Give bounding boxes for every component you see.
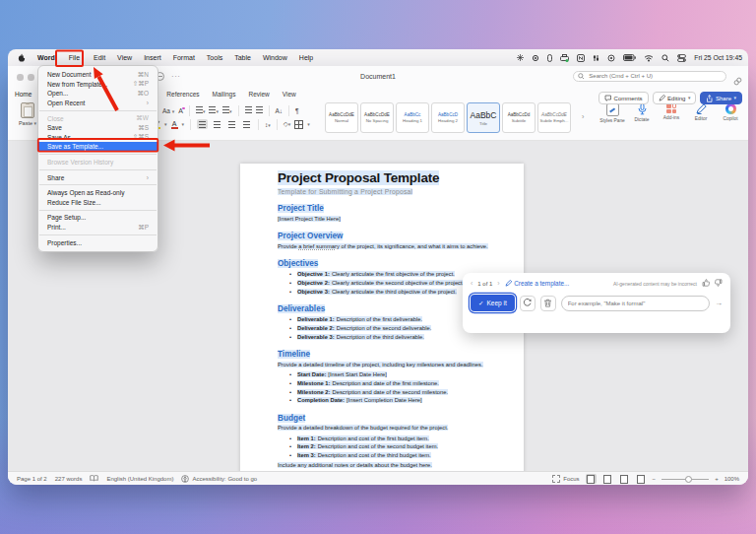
- menu-item-page-setup[interactable]: Page Setup...: [38, 213, 158, 223]
- menu-item-print[interactable]: Print...⌘P: [38, 223, 158, 233]
- style-title[interactable]: AaBbCTitle: [467, 102, 500, 133]
- sort-button[interactable]: A↓: [276, 107, 284, 114]
- web-layout-view-button[interactable]: [602, 474, 613, 484]
- draft-view-button[interactable]: [636, 474, 647, 484]
- zoom-slider-knob[interactable]: [685, 476, 692, 483]
- style-no-spacing[interactable]: AaBbCcDdENo Spacing: [360, 102, 394, 133]
- style-heading-2[interactable]: AaBbCcDHeading 2: [431, 102, 465, 133]
- menu-word[interactable]: Word: [37, 54, 55, 61]
- accessibility-status[interactable]: Accessibility: Good to go: [192, 476, 257, 482]
- proofing-icon[interactable]: [90, 475, 98, 483]
- menu-insert[interactable]: Insert: [144, 54, 161, 61]
- copilot-prompt-input[interactable]: [561, 296, 710, 311]
- search-box[interactable]: [573, 71, 726, 82]
- bullet-list-button[interactable]: ▾: [196, 106, 206, 114]
- dictate-button[interactable]: Dictate: [627, 101, 657, 123]
- wifi-icon[interactable]: [644, 53, 654, 63]
- comments-button[interactable]: Comments: [598, 92, 649, 104]
- menu-help[interactable]: Help: [299, 54, 313, 61]
- thumbs-up-icon[interactable]: [702, 279, 710, 288]
- search-input[interactable]: [587, 72, 722, 80]
- align-center-button[interactable]: [212, 119, 222, 129]
- style-subtle-emphasis[interactable]: AaBbCcDdESubtle Emph...: [537, 102, 571, 133]
- show-paragraph-marks-button[interactable]: ¶: [295, 107, 299, 114]
- thumbs-down-icon[interactable]: [715, 279, 723, 288]
- menu-edit[interactable]: Edit: [94, 54, 105, 61]
- numbered-list-button[interactable]: ▾: [209, 106, 219, 114]
- styles-pane-button[interactable]: Styles Pane: [598, 101, 627, 123]
- change-case-button[interactable]: Aa ▾: [162, 107, 174, 114]
- menu-item-save-as[interactable]: Save As...⇧⌘S: [38, 133, 158, 143]
- align-right-button[interactable]: [226, 119, 237, 129]
- menu-item-save[interactable]: Save⌘S: [38, 123, 158, 133]
- decrease-indent-button[interactable]: [245, 106, 252, 114]
- menu-tools[interactable]: Tools: [207, 54, 222, 61]
- style-heading-1[interactable]: AaBbCcHeading 1: [396, 102, 429, 133]
- tab-home[interactable]: Home: [15, 91, 32, 98]
- menu-item-new-document[interactable]: New Document⌘N: [38, 70, 158, 80]
- tab-view[interactable]: View: [283, 91, 296, 98]
- menu-file[interactable]: File: [67, 54, 82, 61]
- borders-button[interactable]: [294, 120, 303, 129]
- apple-icon[interactable]: [18, 53, 26, 63]
- print-layout-view-button[interactable]: [586, 474, 597, 484]
- menu-item-properties[interactable]: Properties...: [38, 237, 158, 247]
- create-template-link[interactable]: Create a template...: [505, 280, 570, 287]
- shading-button[interactable]: ◇▾: [284, 120, 291, 128]
- record-icon[interactable]: [607, 53, 615, 63]
- menu-item-save-as-template[interactable]: Save as Template...: [38, 142, 158, 152]
- multilevel-list-button[interactable]: ▾: [222, 106, 232, 114]
- menu-item-new-from-template[interactable]: New from Template...⇧⌘P: [38, 80, 158, 90]
- zoom-slider[interactable]: [662, 479, 709, 480]
- tab-references[interactable]: References: [166, 91, 199, 98]
- line-spacing-button[interactable]: ↕▾: [265, 121, 271, 128]
- copilot-button[interactable]: Copilot: [716, 101, 745, 123]
- regenerate-button[interactable]: [520, 296, 536, 311]
- spotlight-search-icon[interactable]: [662, 53, 669, 63]
- outline-view-button[interactable]: [619, 474, 630, 484]
- tab-mailings[interactable]: Mailings: [213, 91, 236, 98]
- focus-toggle[interactable]: Focus: [552, 475, 579, 483]
- add-ins-button[interactable]: Add-ins: [657, 101, 686, 123]
- menu-item-open[interactable]: Open...⌘O: [38, 89, 158, 99]
- editing-mode-button[interactable]: Editing▾: [653, 92, 697, 104]
- discard-button[interactable]: [540, 296, 556, 311]
- gallery-expand-icon[interactable]: ›: [582, 113, 584, 120]
- input-source-icon[interactable]: [517, 53, 524, 63]
- menu-item-always-open-read-only[interactable]: Always Open as Read-only: [38, 188, 158, 198]
- align-left-button[interactable]: [197, 119, 208, 129]
- menu-bar-clock[interactable]: Fri 25 Oct 19:45: [694, 54, 742, 61]
- share-button[interactable]: Share▾: [700, 92, 742, 104]
- tab-review[interactable]: Review: [248, 91, 269, 98]
- language-indicator[interactable]: English (United Kingdom): [106, 476, 173, 482]
- zoom-out-button[interactable]: −: [653, 476, 657, 482]
- menu-table[interactable]: Table: [234, 54, 251, 61]
- menu-item-open-recent[interactable]: Open Recent›: [38, 99, 158, 108]
- next-suggestion-icon[interactable]: ›: [497, 280, 499, 287]
- increase-indent-button[interactable]: [256, 106, 263, 114]
- style-subtitle[interactable]: AaBbCcDdSubtitle: [502, 102, 536, 133]
- menu-format[interactable]: Format: [173, 54, 195, 61]
- font-color-button[interactable]: A: [171, 120, 178, 129]
- style-normal[interactable]: AaBbCcDdENormal: [325, 102, 358, 133]
- printer-icon[interactable]: [560, 53, 569, 63]
- stage-manager-icon[interactable]: [593, 53, 599, 63]
- zoom-in-button[interactable]: +: [715, 476, 719, 482]
- send-prompt-icon[interactable]: →: [715, 299, 723, 307]
- editor-button[interactable]: Editor: [686, 101, 716, 123]
- lock-icon[interactable]: [547, 53, 552, 63]
- word-count[interactable]: 227 words: [55, 476, 83, 482]
- menu-item-reduce-file-size[interactable]: Reduce File Size...: [38, 198, 158, 208]
- text-effects-button[interactable]: A: [178, 107, 183, 114]
- menu-view[interactable]: View: [117, 54, 132, 61]
- zoom-percentage[interactable]: 100%: [724, 476, 739, 482]
- notes-app-icon[interactable]: [577, 53, 585, 63]
- menu-window[interactable]: Window: [263, 54, 287, 61]
- keep-it-button[interactable]: ✓Keep it: [471, 295, 515, 311]
- battery-icon[interactable]: [623, 53, 636, 63]
- menu-item-share[interactable]: Share›: [38, 172, 158, 182]
- control-center-icon[interactable]: [677, 53, 686, 63]
- justify-button[interactable]: [241, 119, 252, 129]
- page-indicator[interactable]: Page 1 of 2: [17, 476, 47, 482]
- copy-link-icon[interactable]: [733, 72, 742, 90]
